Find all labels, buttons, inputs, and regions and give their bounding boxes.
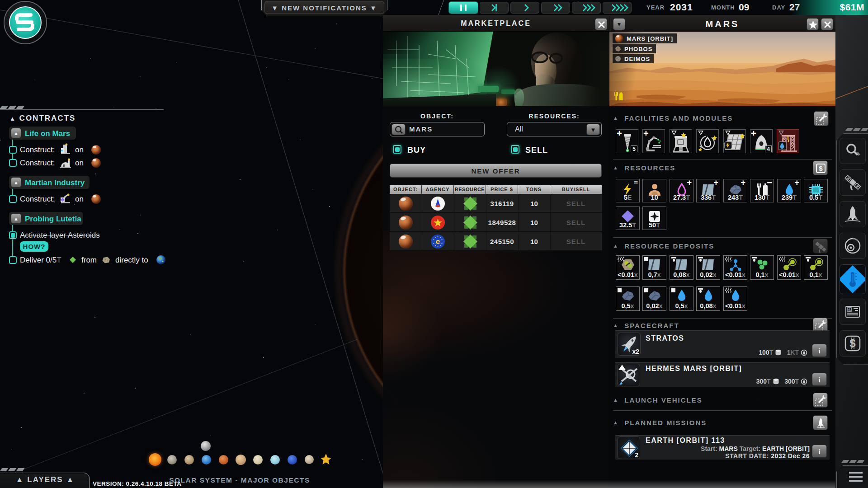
svg-text:e: e bbox=[436, 237, 440, 246]
svg-text:$: $ bbox=[819, 164, 823, 172]
svg-text:$: $ bbox=[849, 337, 856, 349]
svg-text:$: $ bbox=[848, 308, 850, 312]
